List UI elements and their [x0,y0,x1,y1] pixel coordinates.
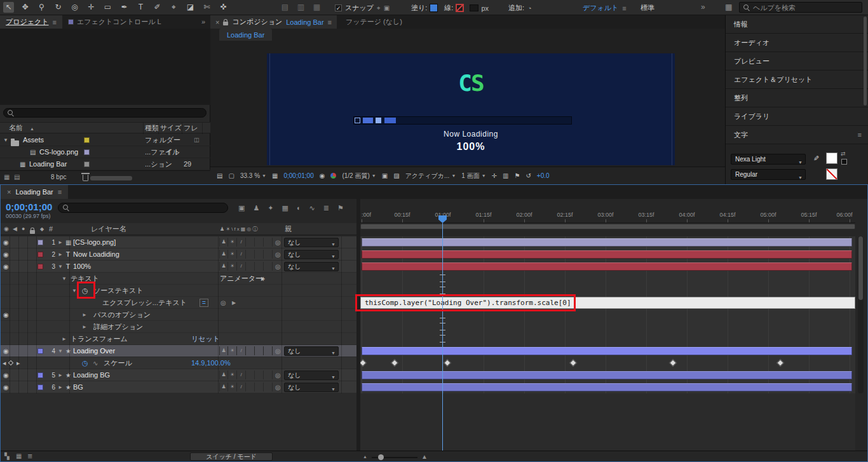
main-monitor-icon[interactable]: ▢ [228,172,234,179]
panel-character[interactable]: 文字≡ [726,126,868,144]
zoom-tool[interactable]: ⚲ [36,2,47,13]
property-group-name[interactable]: 詳細オプション [93,321,143,333]
label-color-chip[interactable] [37,348,43,354]
item-name[interactable]: Assets [23,134,44,146]
label-color-chip[interactable] [37,372,43,378]
layer-duration-bar[interactable] [362,250,852,259]
label-color-chip[interactable] [84,149,90,155]
timeline-vscrollbar[interactable] [858,236,864,393]
prev-keyframe-button[interactable]: ◀ [3,357,6,369]
frame-blending-icon[interactable]: ✦ [268,204,273,212]
graph-editor-icon[interactable]: ∿ [309,204,315,212]
pan-behind-tool[interactable]: ✛ [86,2,97,13]
expand-arrow-icon[interactable]: ► [82,321,87,333]
fill-color-swatch[interactable] [430,4,438,12]
layer-switches[interactable]: ♟☀/ [219,370,273,379]
work-area-bar[interactable] [360,224,855,229]
col-type[interactable]: 種類 [145,123,159,133]
expression-pickwhip-icon[interactable]: ◎ [220,297,226,309]
type-tool[interactable]: T [135,2,146,13]
motion-blur-icon[interactable]: ▦ [282,204,288,212]
layer-visibility-toggle[interactable]: ◉ [3,236,9,248]
layer-switches[interactable]: ♟☀/ [219,383,273,391]
stroke-color-swatch[interactable] [456,4,464,12]
help-search[interactable] [739,2,862,13]
roi-icon[interactable]: ▣ [382,172,388,179]
parent-pickwhip-icon[interactable]: ◎ [275,369,281,381]
panel-audio[interactable]: オーディオ [726,34,868,52]
puppet-pin-tool[interactable]: ✜ [218,2,229,13]
workspace-selector[interactable]: デフォルト [583,3,618,13]
collapse-arrow-icon[interactable]: ▼ [72,285,77,297]
parent-column-label[interactable]: 親 [285,223,292,235]
property-group-name[interactable]: トランスフォーム [71,333,128,345]
panel-menu-icon[interactable]: ≡ [328,18,332,26]
project-row-assets[interactable]: ▼ Assets フォルダー ◫ [0,134,210,146]
local-axis-icon[interactable]: ▤ [280,2,290,13]
keyframe[interactable] [669,359,676,366]
marker-icon[interactable]: ⚑ [337,204,344,212]
col-size[interactable]: サイズ [160,123,182,133]
collapse-arrow-icon[interactable]: ▼ [62,273,67,285]
layer-switches[interactable]: ♟☀/ [219,238,273,247]
tab-overflow-icon[interactable]: » [201,18,205,25]
tab-footage[interactable]: フッテージ (なし) [337,15,411,29]
parent-pickwhip-icon[interactable]: ◎ [275,261,281,273]
layer-switches[interactable]: ♟☀/ [219,262,273,271]
label-color-chip[interactable] [37,252,43,257]
item-name[interactable]: CS-logo.png [39,146,78,158]
timeline-jump-icon[interactable]: ▥ [503,172,508,179]
parent-pickwhip-icon[interactable]: ◎ [275,381,281,393]
panel-menu-icon[interactable]: ≡ [53,18,57,26]
layer-name[interactable]: Now Loadiding [73,248,119,261]
label-color-chip[interactable] [37,384,43,390]
label-color-chip[interactable] [84,137,90,143]
layer-name-column-label[interactable]: レイヤー名 [91,223,126,235]
item-name[interactable]: Loading Bar [29,158,67,170]
add-shape-icon[interactable]: ◔ [527,4,532,12]
current-timecode[interactable]: 0;00;01;00 [6,201,52,212]
bit-depth-button[interactable]: 8 bpc [51,173,66,180]
interpret-footage-icon[interactable]: ▦ [4,173,10,180]
panel-menu-icon[interactable]: ≡ [858,126,862,144]
keyframe[interactable] [776,359,783,366]
toggle-switches-pane-icon[interactable]: ▚ [4,452,10,459]
comp-mini-flowchart-icon[interactable]: ▣ [238,204,245,212]
hand-tool[interactable]: ✥ [20,2,31,13]
eraser-tool[interactable]: ◪ [185,2,196,13]
layer-name[interactable]: [CS-logo.png] [73,236,116,248]
rectangle-tool[interactable]: ▭ [102,2,113,13]
layer-duration-bar[interactable] [362,238,852,247]
expression-enabled-toggle[interactable]: = [200,299,208,307]
shy-layers-icon[interactable]: ♟ [253,204,259,212]
world-axis-icon[interactable]: ▥ [295,2,306,13]
workspace-bar-icon[interactable]: ▦ [725,3,732,11]
switches-modes-button[interactable]: スイッチ / モード [190,452,273,461]
tab-project[interactable]: プロジェクト ≡ [0,15,62,29]
keyframe[interactable] [359,359,366,366]
trash-icon[interactable] [83,175,88,182]
brush-tool[interactable]: ✐ [152,2,163,13]
no-color-swatch[interactable] [826,168,837,180]
parent-dropdown[interactable]: なし▼ [284,262,339,271]
comp-canvas[interactable]: CS Now Loadiding 100% [267,53,675,165]
col-name[interactable]: 名前 [9,123,23,133]
keyframe[interactable] [569,359,576,366]
project-row-loading-bar[interactable]: ▦ Loading Bar ...ション 29 [0,158,210,170]
layer-switches[interactable]: ♟☀/ [219,250,273,259]
collapse-arrow-icon[interactable]: ▼ [58,261,63,273]
panel-menu-icon[interactable]: ≡ [58,188,62,196]
toggle-inout-pane-icon[interactable]: ≣ [27,452,32,459]
layer-duration-bar[interactable] [362,383,852,391]
pen-tool[interactable]: ✒ [119,2,130,13]
zoom-out-mountain-icon[interactable]: ▲ [363,454,367,459]
property-visibility-toggle[interactable]: ◉ [3,309,9,321]
selection-tool[interactable]: ↖ [3,2,14,13]
preview-timecode[interactable]: 0;00;01;00 [283,172,313,179]
preset-selector[interactable]: 標準 [641,3,654,13]
next-keyframe-button[interactable]: ▶ [17,357,20,369]
zoom-in-mountain-icon[interactable]: ▲ [421,453,428,460]
reset-exposure-icon[interactable]: ↺ [526,172,531,179]
project-row-cs-logo[interactable]: ▤ CS-logo.png ...ファイル ...イト [0,146,210,158]
view-axis-icon[interactable]: ▦ [311,2,322,13]
